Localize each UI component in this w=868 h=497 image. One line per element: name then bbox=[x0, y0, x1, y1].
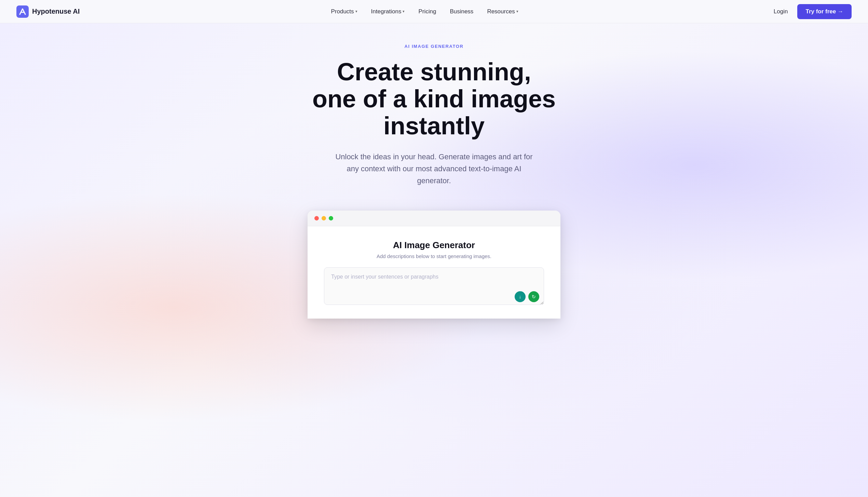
hero-badge: AI IMAGE GENERATOR bbox=[405, 44, 464, 49]
window-dot-yellow bbox=[322, 216, 326, 220]
svg-rect-0 bbox=[16, 5, 29, 18]
hero-content: AI IMAGE GENERATOR Create stunning, one … bbox=[229, 44, 639, 319]
generate-icon-button[interactable]: ↻ bbox=[528, 291, 539, 302]
nav-resources[interactable]: Resources ▾ bbox=[482, 5, 524, 18]
window-dot-red bbox=[314, 216, 319, 220]
navbar: Hypotenuse AI Products ▾ Integrations ▾ … bbox=[0, 0, 868, 23]
chevron-down-icon: ▾ bbox=[403, 9, 405, 14]
app-window-description: Add descriptions below to start generati… bbox=[377, 253, 491, 259]
hero-section: AI IMAGE GENERATOR Create stunning, one … bbox=[0, 23, 868, 497]
login-button[interactable]: Login bbox=[770, 5, 792, 18]
nav-pricing[interactable]: Pricing bbox=[413, 5, 442, 18]
window-body: AI Image Generator Add descriptions belo… bbox=[308, 226, 560, 319]
input-icon-group: ↓ ↻ bbox=[515, 291, 539, 302]
prompt-input[interactable] bbox=[324, 267, 544, 305]
hero-subtitle: Unlock the ideas in your head. Generate … bbox=[331, 151, 537, 187]
hero-title: Create stunning, one of a kind images in… bbox=[280, 58, 588, 140]
window-dot-green bbox=[329, 216, 333, 220]
nav-integrations[interactable]: Integrations ▾ bbox=[366, 5, 410, 18]
logo-icon bbox=[16, 5, 29, 18]
chevron-down-icon: ▾ bbox=[355, 9, 357, 14]
app-window-title: AI Image Generator bbox=[393, 240, 475, 251]
try-free-button[interactable]: Try for free → bbox=[797, 4, 852, 19]
logo[interactable]: Hypotenuse AI bbox=[16, 5, 80, 18]
nav-business[interactable]: Business bbox=[444, 5, 479, 18]
chevron-down-icon: ▾ bbox=[516, 9, 518, 14]
app-window: AI Image Generator Add descriptions belo… bbox=[308, 211, 560, 319]
logo-text: Hypotenuse AI bbox=[32, 8, 80, 15]
input-wrapper: ↓ ↻ ⌟ bbox=[324, 267, 544, 306]
nav-links: Products ▾ Integrations ▾ Pricing Busine… bbox=[325, 5, 524, 18]
window-titlebar bbox=[308, 211, 560, 226]
nav-right: Login Try for free → bbox=[770, 4, 852, 19]
nav-products[interactable]: Products ▾ bbox=[325, 5, 363, 18]
insert-icon-button[interactable]: ↓ bbox=[515, 291, 526, 302]
